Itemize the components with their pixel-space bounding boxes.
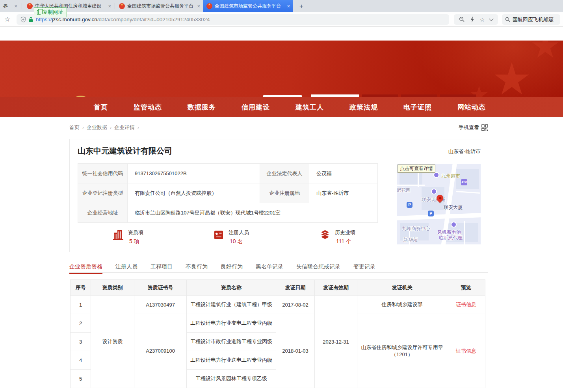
nav-item-workers[interactable]: 建筑工人 <box>295 103 324 112</box>
nav-item-site-news[interactable]: 网站动态 <box>457 103 486 112</box>
browser-tab-strip: 界 × 中华人民共和国住房和城乡建设 × 全国建筑市场监管公共服务平台 × 全国… <box>0 0 563 12</box>
company-region: 山东省-临沂市 <box>448 148 481 155</box>
address-bar[interactable]: https://jzsc.mohurd.gov.cn/data/company/… <box>17 14 449 25</box>
certificate-badge-icon <box>213 229 225 241</box>
company-info-table: 统一社会信用代码 91371302675501022B 企业法定代表人 公茂福 … <box>78 163 378 223</box>
row-no: 4 <box>71 351 91 370</box>
table-row: 企业登记注册类型 有限责任公司（自然人投资或控股） 企业注册属地 山东省-临沂市 <box>78 183 378 203</box>
main-navigation: 首页 监管动态 数据服务 信用建设 建筑工人 政策法规 电子证照 网站动态 <box>0 97 563 117</box>
supermarket-poi-icon <box>433 172 439 178</box>
stat-value: 5 项 <box>128 238 143 245</box>
bookmarks-star-icon[interactable]: ☆ <box>4 15 10 24</box>
residence-poi-icon <box>431 189 437 194</box>
url-domain: jzsc.mohurd.gov.cn <box>52 17 97 22</box>
search-tab-credit[interactable]: 诚信记录 <box>440 94 476 97</box>
shield-permissions-icon[interactable] <box>20 17 26 22</box>
browser-tab-1[interactable]: 界 × <box>0 0 20 12</box>
search-icon <box>505 17 510 22</box>
nav-item-data-service[interactable]: 数据服务 <box>188 103 216 112</box>
tab-title: 全国建筑市场监管公共服务平台 <box>127 3 193 9</box>
field-label: 企业注册属地 <box>260 183 309 203</box>
breadcrumb: 首页 › 企业数据 › 企业详情 › <box>69 124 139 131</box>
nav-item-home[interactable]: 首页 <box>94 103 108 112</box>
search-tab-enterprise[interactable]: 建设工程企业 <box>311 94 359 97</box>
tab-close-icon[interactable]: × <box>14 3 17 9</box>
qualification-name: 工程设计电力行业送电工程专业丙级 <box>187 351 276 370</box>
nav-item-policy[interactable]: 政策法规 <box>349 103 378 112</box>
nav-item-supervision[interactable]: 监管动态 <box>134 103 162 112</box>
breadcrumb-separator: › <box>137 125 139 130</box>
browser-tab-3[interactable]: 全国建筑市场监管公共服务平台 × <box>116 0 203 12</box>
stat-qualifications[interactable]: 资质项 5 项 <box>112 229 143 245</box>
site-banner: ★ 中华人民共和国住房和城乡建设部 www.mohurd.gov.cn 全国建筑… <box>0 41 563 97</box>
zoom-out-icon[interactable] <box>459 17 465 22</box>
mobile-view-button[interactable]: 手机查看 <box>459 124 488 131</box>
stat-registered-personnel[interactable]: 注册人员 10 名 <box>213 229 249 245</box>
breadcrumb-company-data[interactable]: 企业数据 <box>87 124 107 131</box>
breadcrumb-home[interactable]: 首页 <box>69 124 80 131</box>
qualification-name: 工程设计风景园林工程专项乙级 <box>187 370 276 388</box>
url-text[interactable]: https://jzsc.mohurd.gov.cn/data/company/… <box>36 17 210 22</box>
mohurd-favicon-icon <box>206 3 212 9</box>
issuing-authority: 山东省住房和城乡建设厅许可专用章 （1201） <box>357 314 447 388</box>
new-tab-button[interactable]: + <box>296 0 307 12</box>
col-header-category: 资质类别 <box>91 280 134 296</box>
secure-lock-icon <box>29 17 33 22</box>
mobile-view-label: 手机查看 <box>459 124 479 131</box>
stat-historical-performance[interactable]: 历史业绩 111 个 <box>319 229 355 245</box>
parking-icon: P <box>407 202 412 208</box>
col-header-authority: 发证机关 <box>357 280 447 296</box>
battery-poi-icon <box>451 222 457 227</box>
search-tab-project[interactable]: 建设项目 <box>401 94 437 97</box>
stat-label: 注册人员 <box>229 229 249 236</box>
field-label: 企业登记注册类型 <box>78 183 128 203</box>
breadcrumb-separator: › <box>82 125 84 130</box>
screen: 界 × 中华人民共和国住房和城乡建设 × 全国建筑市场监管公共服务平台 × 全国… <box>0 0 563 392</box>
table-header-row: 序号 资质类别 资质证书号 资质名称 发证日期 发证有效期 发证机关 预览 <box>71 280 485 296</box>
registration-region-value: 山东省-临沂市 <box>309 183 378 203</box>
company-name: 山东中元建筑设计有限公司 <box>78 146 172 156</box>
row-no: 2 <box>71 314 91 333</box>
credit-code-value: 91371302675501022B <box>128 164 260 183</box>
flash-extension-icon[interactable] <box>470 17 475 22</box>
issue-date: 2018-01-03 <box>276 314 315 388</box>
col-header-preview: 预览 <box>447 280 485 296</box>
nav-item-e-license[interactable]: 电子证照 <box>403 103 432 112</box>
browser-toolbar: ☆ https://jzsc.mohurd.gov.cn/data/compan… <box>0 12 563 27</box>
validity-date: 2023-12-31 <box>315 296 357 388</box>
copy-url-tooltip[interactable]: 复制网址 <box>34 7 67 17</box>
parking-icon: P <box>428 211 434 216</box>
row-no: 3 <box>71 333 91 351</box>
breadcrumb-company-detail[interactable]: 企业详情 <box>114 124 135 131</box>
qualification-name: 工程设计电力行业变电工程专业丙级 <box>187 314 276 333</box>
cert-no: A237009100 <box>134 314 187 388</box>
layers-icon <box>319 229 331 241</box>
location-map[interactable]: 点击可查看详情 九州超市 ATM 记花园 联安现代城 联安大厦 P P 九峰商务… <box>397 164 481 244</box>
col-header-cert-no: 资质证书号 <box>134 280 187 296</box>
quick-search-box[interactable]: 国航回应飞机颠簸 <box>502 14 560 25</box>
poi-label-xinhua: 新华苑 <box>403 237 418 243</box>
toolbar-icon-cluster: ☆ <box>454 14 498 25</box>
copy-icon <box>37 10 41 15</box>
copy-url-label: 复制网址 <box>43 9 63 16</box>
certificate-info-link[interactable]: 证书信息 <box>456 301 476 307</box>
tab-separator <box>22 3 22 9</box>
table-row: 统一社会信用代码 91371302675501022B 企业法定代表人 公茂福 <box>78 164 378 183</box>
search-tab-personnel[interactable]: 从业人员 <box>362 94 398 97</box>
tab-close-icon[interactable]: × <box>287 3 290 9</box>
favorite-star-icon[interactable]: ☆ <box>480 17 485 23</box>
browser-tab-4-active[interactable]: 全国建筑市场监管公共服务平台 × <box>203 0 293 12</box>
poi-label-business-center: 九峰商务中心 <box>402 226 430 232</box>
issue-date: 2017-08-02 <box>276 296 315 314</box>
url-path: /data/company/detail?id=0021052912405330… <box>97 17 210 22</box>
tab-divider <box>69 272 488 273</box>
banner-flag-decoration <box>398 41 563 97</box>
nav-item-credit[interactable]: 信用建设 <box>242 103 270 112</box>
chevron-down-icon[interactable] <box>489 17 494 21</box>
poi-label-supermarket: 九州超市 <box>441 173 460 179</box>
tab-separator <box>115 3 115 9</box>
certificate-info-link[interactable]: 证书信息 <box>456 348 476 354</box>
tab-close-icon[interactable]: × <box>197 3 200 9</box>
tab-close-icon[interactable]: × <box>108 3 111 9</box>
col-header-name: 资质名称 <box>187 280 276 296</box>
